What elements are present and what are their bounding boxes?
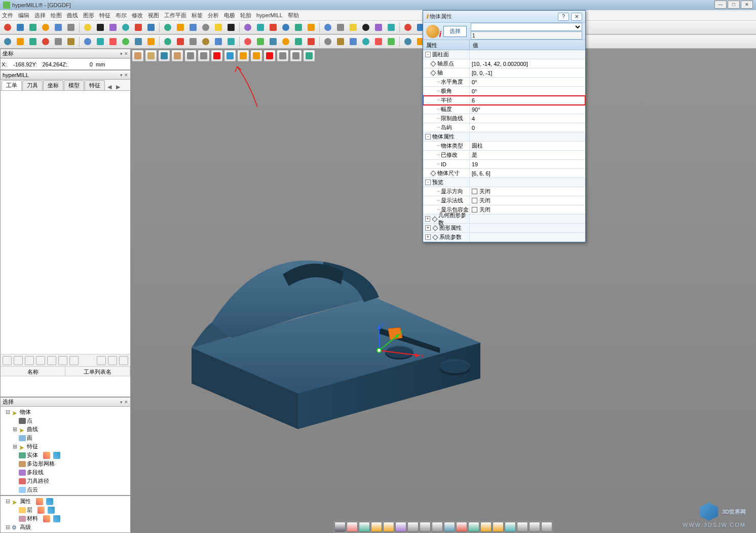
tb1-btn-16[interactable] xyxy=(213,22,224,33)
dialog-titlebar[interactable]: ℹ 物体属性 ? ✕ xyxy=(423,11,585,23)
tb2-btn-23[interactable] xyxy=(306,36,317,47)
menu-帮助[interactable]: 帮助 xyxy=(288,12,299,19)
tab-nav[interactable]: ◀ xyxy=(105,84,114,90)
status-btn-9[interactable] xyxy=(444,522,455,532)
tb2-btn-27[interactable] xyxy=(360,36,371,47)
tb1-btn-27[interactable] xyxy=(360,22,371,33)
tb2-btn-1[interactable] xyxy=(15,36,26,47)
tb1-btn-9[interactable] xyxy=(120,22,131,33)
tb2-btn-13[interactable] xyxy=(175,36,186,47)
hm-tree[interactable] xyxy=(1,91,130,354)
coord-y-input[interactable] xyxy=(38,61,62,67)
status-btn-5[interactable] xyxy=(395,522,406,532)
prop-物体属性[interactable]: -物体属性 xyxy=(423,132,585,141)
vp-btn-13[interactable] xyxy=(303,50,315,62)
prop-预览[interactable]: -预览 xyxy=(423,178,585,187)
bi-3[interactable] xyxy=(25,356,34,365)
tab-特征[interactable]: 特征 xyxy=(85,80,105,90)
vp-btn-9[interactable] xyxy=(250,50,262,62)
tb1-btn-25[interactable] xyxy=(335,22,346,33)
menu-标签[interactable]: 标签 xyxy=(192,12,203,19)
tb2-btn-4[interactable] xyxy=(53,36,64,47)
close-button[interactable]: ✕ xyxy=(741,1,753,9)
tb2-btn-15[interactable] xyxy=(200,36,211,47)
col-listname[interactable]: 工单列表名 xyxy=(65,367,130,376)
tb1-btn-28[interactable] xyxy=(373,22,384,33)
prop-几何图形参数[interactable]: +几何图形参数 xyxy=(423,215,585,224)
tb2-btn-10[interactable] xyxy=(133,36,144,47)
tb2-btn-29[interactable] xyxy=(386,36,397,47)
tree-item-刀具路径[interactable]: 刀具路径 xyxy=(2,477,129,485)
object-index-input[interactable] xyxy=(471,31,582,40)
tb1-btn-26[interactable] xyxy=(348,22,359,33)
prop-系统参数[interactable]: +系统参数 xyxy=(423,233,585,242)
tb2-btn-24[interactable] xyxy=(322,36,333,47)
menu-修改[interactable]: 修改 xyxy=(132,12,143,19)
tree-item-材料[interactable]: 材料 xyxy=(2,514,129,523)
tb1-btn-10[interactable] xyxy=(133,22,144,33)
menu-特征[interactable]: 特征 xyxy=(99,12,110,19)
vp-btn-10[interactable] xyxy=(263,50,276,62)
tb2-btn-26[interactable] xyxy=(348,36,359,47)
bi-7[interactable] xyxy=(69,356,79,365)
menu-视图[interactable]: 视图 xyxy=(148,12,159,19)
menu-电极[interactable]: 电极 xyxy=(224,12,235,19)
tb1-btn-19[interactable] xyxy=(255,22,266,33)
vp-btn-4[interactable] xyxy=(184,50,197,62)
tb2-btn-2[interactable] xyxy=(27,36,39,47)
hm-list-body[interactable] xyxy=(1,376,130,397)
bi-2[interactable] xyxy=(14,356,23,365)
tb1-btn-30[interactable] xyxy=(402,22,413,33)
tb2-btn-19[interactable] xyxy=(255,36,266,47)
vp-btn-8[interactable] xyxy=(237,50,249,62)
tb2-btn-8[interactable] xyxy=(107,36,119,47)
tb2-btn-22[interactable] xyxy=(293,36,304,47)
tree-item-实体[interactable]: 实体 xyxy=(2,451,129,459)
coord-panel-controls[interactable]: ▾ ✕ xyxy=(120,51,128,56)
tb1-btn-6[interactable] xyxy=(82,22,93,33)
tree-item-多段线[interactable]: 多段线 xyxy=(2,468,129,477)
status-btn-0[interactable] xyxy=(334,522,346,532)
tb2-btn-3[interactable] xyxy=(40,36,51,47)
tb1-btn-13[interactable] xyxy=(175,22,186,33)
prop-极角[interactable]: ┈极角0° xyxy=(423,87,585,96)
bi-10[interactable] xyxy=(119,356,128,365)
bi-4[interactable] xyxy=(36,356,45,365)
tb1-btn-12[interactable] xyxy=(162,22,173,33)
hm-panel-controls[interactable]: ▾ ✕ xyxy=(120,73,128,78)
tb1-btn-22[interactable] xyxy=(293,22,304,33)
tab-模型[interactable]: 模型 xyxy=(64,80,84,90)
status-btn-1[interactable] xyxy=(347,522,358,532)
vp-btn-7[interactable] xyxy=(224,50,236,62)
tb1-btn-17[interactable] xyxy=(225,22,237,33)
prop-半径[interactable]: ┈半径6 xyxy=(423,96,585,105)
tb1-btn-15[interactable] xyxy=(200,22,211,33)
tb1-btn-20[interactable] xyxy=(268,22,279,33)
tree-item-特征[interactable]: ⊞➤特征 xyxy=(2,442,129,451)
menu-曲线[interactable]: 曲线 xyxy=(67,12,78,19)
prop-body[interactable]: -圆柱面轴原点[10, -14, 42, 0.002000]轴[0, 0, -1… xyxy=(423,50,585,242)
status-btn-17[interactable] xyxy=(541,522,552,532)
menu-图形[interactable]: 图形 xyxy=(83,12,94,19)
vp-btn-11[interactable] xyxy=(277,50,289,62)
tb1-btn-1[interactable] xyxy=(15,22,26,33)
menu-轮胎[interactable]: 轮胎 xyxy=(240,12,251,19)
tree-item-曲线[interactable]: ⊞➤曲线 xyxy=(2,425,129,434)
minimize-button[interactable]: — xyxy=(714,1,727,9)
status-btn-4[interactable] xyxy=(383,522,394,532)
menu-编辑[interactable]: 编辑 xyxy=(18,12,29,19)
tab-坐标[interactable]: 坐标 xyxy=(43,80,63,90)
menu-绘图[interactable]: 绘图 xyxy=(51,12,62,19)
tb2-btn-14[interactable] xyxy=(187,36,199,47)
sel-panel-controls[interactable]: ▾ ✕ xyxy=(120,400,128,405)
prop-限制曲线[interactable]: ┈限制曲线4 xyxy=(423,114,585,123)
tb1-btn-3[interactable] xyxy=(40,22,51,33)
bi-5[interactable] xyxy=(47,356,56,365)
prop-轴[interactable]: 轴[0, 0, -1] xyxy=(423,68,585,78)
prop-岛屿[interactable]: ┈岛屿0 xyxy=(423,123,585,132)
prop-已修改[interactable]: ┈已修改是 xyxy=(423,151,585,160)
tb1-btn-7[interactable] xyxy=(95,22,106,33)
status-btn-3[interactable] xyxy=(371,522,382,532)
vp-btn-0[interactable] xyxy=(132,50,144,62)
tb2-btn-17[interactable] xyxy=(225,36,237,47)
